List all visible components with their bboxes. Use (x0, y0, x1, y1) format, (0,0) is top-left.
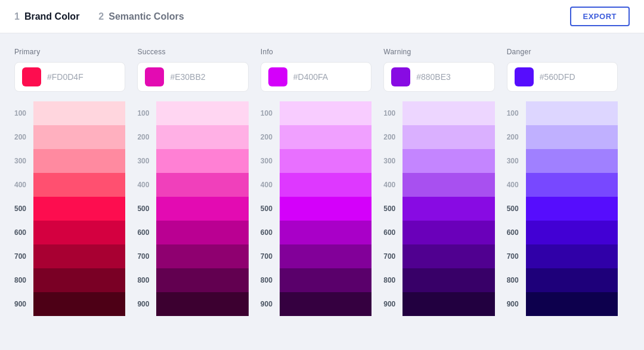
shade-block (33, 268, 125, 292)
tab-semantic-colors[interactable]: 2 Semantic Colors (98, 9, 184, 24)
shade-number: 700 (14, 252, 33, 261)
shade-number: 300 (14, 157, 33, 165)
tab-brand-color[interactable]: 1 Brand Color (14, 9, 79, 24)
shade-list-info: 100200300400500600700800900 (261, 101, 371, 316)
shade-block (33, 221, 125, 244)
shade-row: 400 (507, 173, 618, 197)
shade-number: 500 (14, 205, 33, 213)
shade-row: 700 (14, 244, 125, 268)
shade-number: 600 (261, 228, 280, 237)
color-section-primary: Primary#FD0D4F10020030040050060070080090… (14, 48, 137, 316)
shade-number: 700 (261, 252, 280, 261)
shade-block (156, 244, 248, 268)
shade-number: 200 (507, 133, 526, 141)
color-section-warning: Warning#880BE310020030040050060070080090… (383, 48, 506, 316)
shade-number: 500 (507, 205, 526, 213)
shade-row: 100 (383, 101, 494, 125)
shade-row: 400 (137, 173, 248, 197)
shade-row: 300 (383, 149, 494, 173)
shade-block (33, 197, 125, 221)
export-button[interactable]: EXPORT (570, 7, 630, 26)
shade-number: 600 (507, 228, 526, 237)
color-input-row-warning[interactable]: #880BE3 (383, 62, 494, 92)
shade-block (280, 244, 371, 268)
shade-number: 300 (383, 157, 402, 165)
shade-row: 800 (261, 268, 371, 292)
shade-number: 900 (14, 300, 33, 308)
shade-block (402, 125, 494, 149)
shade-number: 400 (137, 181, 156, 189)
shade-number: 100 (507, 109, 526, 117)
shade-number: 200 (261, 133, 280, 141)
shade-number: 300 (137, 157, 156, 165)
shade-row: 800 (137, 268, 248, 292)
shade-block (402, 101, 494, 125)
shade-block (33, 125, 125, 149)
header: 1 Brand Color 2 Semantic Colors EXPORT (0, 0, 644, 33)
shade-number: 800 (507, 276, 526, 284)
shade-row: 400 (383, 173, 494, 197)
shade-row: 600 (261, 221, 371, 244)
shade-row: 900 (137, 292, 248, 316)
shade-row: 800 (507, 268, 618, 292)
shade-block (402, 268, 494, 292)
shade-row: 700 (137, 244, 248, 268)
shade-number: 400 (507, 181, 526, 189)
section-label-primary: Primary (14, 48, 125, 56)
color-hex-primary: #FD0D4F (47, 72, 83, 82)
color-input-row-info[interactable]: #D400FA (261, 62, 371, 92)
shade-row: 500 (14, 197, 125, 221)
color-section-info: Info#D400FA100200300400500600700800900 (261, 48, 383, 316)
shade-block (402, 197, 494, 221)
shade-block (526, 149, 618, 173)
shade-number: 200 (137, 133, 156, 141)
shade-row: 100 (507, 101, 618, 125)
shade-row: 700 (507, 244, 618, 268)
shade-list-warning: 100200300400500600700800900 (383, 101, 494, 316)
shade-number: 300 (507, 157, 526, 165)
shade-row: 200 (137, 125, 248, 149)
shade-block (526, 125, 618, 149)
shade-block (280, 197, 371, 221)
color-swatch-primary (22, 67, 41, 86)
shade-row: 400 (14, 173, 125, 197)
shade-block (156, 149, 248, 173)
section-label-warning: Warning (383, 48, 494, 56)
shade-number: 700 (383, 252, 402, 261)
shade-row: 300 (137, 149, 248, 173)
shade-block (33, 292, 125, 316)
shade-row: 600 (507, 221, 618, 244)
color-input-row-success[interactable]: #E30BB2 (137, 62, 248, 92)
shade-number: 500 (137, 205, 156, 213)
shade-block (280, 101, 371, 125)
shade-row: 500 (261, 197, 371, 221)
shade-block (402, 149, 494, 173)
shade-number: 500 (383, 205, 402, 213)
tab2-number: 2 (98, 11, 104, 22)
color-hex-warning: #880BE3 (416, 72, 451, 82)
shade-number: 100 (383, 109, 402, 117)
color-swatch-success (145, 67, 164, 86)
shade-row: 600 (383, 221, 494, 244)
shade-row: 100 (137, 101, 248, 125)
shade-number: 400 (261, 181, 280, 189)
shade-row: 300 (14, 149, 125, 173)
shade-block (526, 197, 618, 221)
shade-number: 600 (137, 228, 156, 237)
shade-row: 400 (261, 173, 371, 197)
color-input-row-danger[interactable]: #560DFD (507, 62, 618, 92)
color-section-success: Success#E30BB210020030040050060070080090… (137, 48, 260, 316)
header-tabs: 1 Brand Color 2 Semantic Colors (14, 9, 570, 24)
shade-number: 800 (14, 276, 33, 284)
shade-block (156, 292, 248, 316)
shade-number: 400 (14, 181, 33, 189)
main-content: Primary#FD0D4F10020030040050060070080090… (0, 33, 644, 326)
tab1-label: Brand Color (24, 11, 79, 22)
shade-number: 700 (137, 252, 156, 261)
shade-row: 800 (383, 268, 494, 292)
color-input-row-primary[interactable]: #FD0D4F (14, 62, 125, 92)
shade-block (156, 221, 248, 244)
shade-block (526, 244, 618, 268)
color-section-danger: Danger#560DFD100200300400500600700800900 (507, 48, 630, 316)
shade-block (280, 125, 371, 149)
